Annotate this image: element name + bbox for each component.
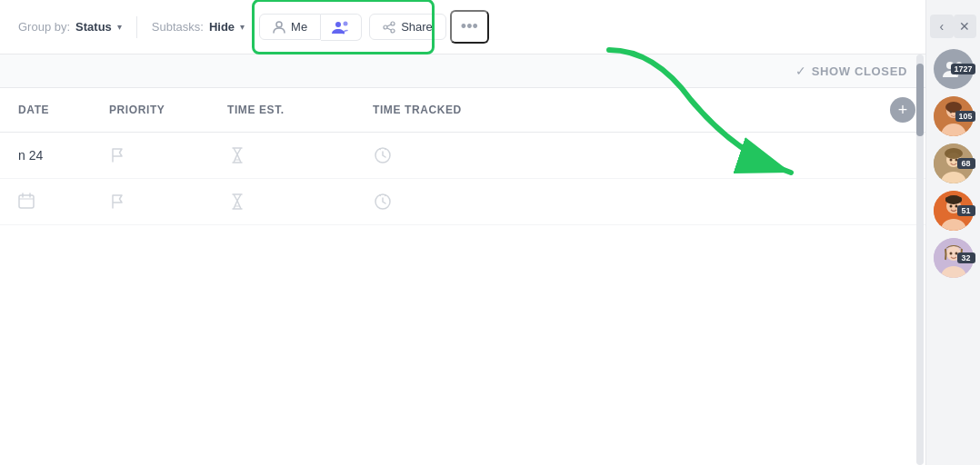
- sidebar-nav-buttons: ‹ ✕: [926, 7, 980, 45]
- avatar-person2-item[interactable]: 68: [934, 143, 974, 183]
- col-priority-header: PRIORITY: [109, 104, 227, 116]
- show-closed-row[interactable]: ✓ SHOW CLOSED: [0, 54, 925, 88]
- flag-icon: [109, 193, 127, 211]
- person-icon: [273, 21, 285, 34]
- group-by-value: Status: [75, 20, 112, 34]
- col-time-est-header: TIME EST.: [227, 104, 373, 116]
- col-date-header: DATE: [0, 104, 109, 116]
- svg-rect-12: [19, 195, 34, 208]
- right-sidebar: ‹ ✕ 1727 105: [925, 0, 980, 465]
- avatar-group-badge: 1727: [951, 64, 975, 74]
- avatar-person3-item[interactable]: 51: [934, 191, 974, 231]
- svg-point-40: [949, 252, 952, 255]
- hourglass-icon: [227, 145, 247, 165]
- row-1-time-tracked: [373, 145, 925, 165]
- avatar-person1-item[interactable]: 105: [934, 96, 974, 136]
- svg-line-7: [387, 28, 391, 30]
- add-column-button[interactable]: +: [890, 97, 915, 123]
- subtasks-label: Subtasks:: [152, 20, 204, 34]
- back-nav-button[interactable]: ‹: [930, 15, 954, 38]
- more-dots: •••: [461, 17, 478, 36]
- svg-point-2: [344, 21, 348, 25]
- avatar-group-item[interactable]: 1727: [934, 49, 974, 89]
- team-icon: [332, 20, 350, 35]
- svg-point-29: [949, 159, 952, 162]
- more-button[interactable]: •••: [450, 10, 489, 44]
- table-row: n 24: [0, 133, 925, 179]
- table-header: DATE PRIORITY TIME EST. TIME TRACKED +: [0, 88, 925, 133]
- avatar-person4-item[interactable]: 32: [934, 238, 974, 278]
- svg-point-25: [949, 111, 952, 114]
- svg-point-3: [391, 22, 395, 25]
- group-by-control[interactable]: Group by: Status ▾: [18, 20, 122, 34]
- row-1-date: n 24: [0, 148, 109, 163]
- svg-point-1: [335, 22, 341, 27]
- clock-icon: [373, 145, 393, 165]
- main-content: Group by: Status ▾ Subtasks: Hide ▾ Me: [0, 0, 925, 465]
- row-2-priority: [109, 193, 227, 211]
- share-label: Share: [401, 20, 433, 34]
- team-button[interactable]: [321, 14, 362, 41]
- group-by-label: Group by:: [18, 20, 70, 34]
- svg-point-34: [949, 205, 952, 208]
- col-time-tracked-header: TIME TRACKED: [373, 104, 880, 116]
- share-button[interactable]: Share: [369, 14, 446, 40]
- row-1-priority: [109, 146, 227, 164]
- hourglass-icon: [227, 192, 247, 212]
- row-2-date: [0, 193, 109, 212]
- table-body: n 24: [0, 133, 925, 225]
- group-by-chevron: ▾: [117, 22, 122, 32]
- row-1-time-est: [227, 145, 373, 165]
- calendar-icon: [18, 193, 35, 209]
- avatar-person1-badge: 105: [955, 111, 975, 122]
- subtasks-value: Hide: [209, 20, 235, 34]
- svg-point-5: [391, 29, 395, 33]
- subtasks-control[interactable]: Subtasks: Hide ▾: [152, 20, 245, 34]
- share-icon: [383, 21, 395, 34]
- row-2-time-est: [227, 192, 373, 212]
- scrollbar-track[interactable]: [916, 54, 924, 465]
- show-closed-checkmark: ✓: [795, 64, 806, 78]
- avatar-person3-badge: 51: [957, 205, 975, 216]
- close-nav-button[interactable]: ✕: [954, 15, 977, 38]
- toolbar-divider-1: [136, 16, 137, 38]
- clock-icon: [373, 192, 393, 212]
- svg-point-0: [276, 22, 282, 27]
- svg-rect-37: [945, 197, 962, 202]
- svg-point-4: [384, 25, 387, 29]
- toolbar: Group by: Status ▾ Subtasks: Hide ▾ Me: [0, 0, 925, 54]
- table-row: [0, 179, 925, 225]
- action-buttons-wrapper: Me Share: [259, 10, 489, 44]
- svg-line-6: [387, 25, 391, 26]
- avatar-person4-badge: 32: [957, 252, 975, 263]
- me-label: Me: [291, 20, 307, 34]
- show-closed-text: SHOW CLOSED: [812, 64, 907, 78]
- flag-icon: [109, 146, 127, 164]
- scrollbar-thumb[interactable]: [916, 64, 924, 136]
- avatar-person2-badge: 68: [957, 158, 975, 169]
- subtasks-chevron: ▾: [240, 22, 245, 32]
- row-2-time-tracked: [373, 192, 925, 212]
- me-button[interactable]: Me: [259, 14, 321, 40]
